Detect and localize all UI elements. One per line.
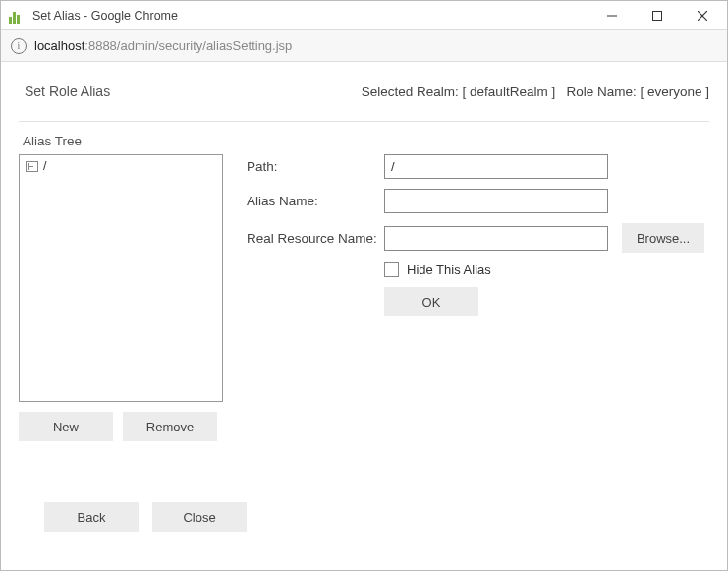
- window-controls: [589, 2, 725, 29]
- titlebar: Set Alias - Google Chrome: [1, 1, 727, 30]
- remove-button[interactable]: Remove: [123, 412, 217, 441]
- form-panel: Path: Alias Name: Real Resource Name: Br…: [247, 154, 709, 316]
- page-title: Set Role Alias: [19, 84, 110, 99]
- minimize-button[interactable]: [589, 2, 635, 29]
- window-title: Set Alias - Google Chrome: [32, 9, 589, 23]
- alias-name-label: Alias Name:: [247, 194, 384, 208]
- realm-info: Selected Realm: [ defaultRealm ] Role Na…: [362, 85, 709, 99]
- path-row: Path:: [247, 154, 709, 179]
- hide-alias-row: Hide This Alias: [384, 262, 709, 277]
- back-button[interactable]: Back: [44, 502, 139, 532]
- main-layout: / New Remove Path: Alias Name: Real Reso…: [19, 154, 709, 441]
- tree-node-icon: [26, 161, 38, 172]
- role-name-value: [ everyone ]: [640, 85, 709, 99]
- page-content: Set Role Alias Selected Realm: [ default…: [1, 62, 727, 441]
- tree-buttons: New Remove: [19, 412, 223, 441]
- site-info-icon[interactable]: i: [11, 38, 27, 54]
- close-button[interactable]: Close: [152, 502, 247, 532]
- address-host: localhost: [34, 38, 84, 53]
- role-name-label: Role Name:: [566, 85, 636, 99]
- minimize-icon: [607, 11, 617, 21]
- tree-root-label: /: [43, 159, 46, 173]
- divider: [19, 121, 709, 122]
- svg-rect-1: [653, 11, 662, 20]
- alias-name-row: Alias Name:: [247, 189, 709, 213]
- footer-buttons: Back Close: [44, 502, 247, 532]
- selected-realm-label: Selected Realm:: [362, 85, 459, 99]
- ok-row: OK: [384, 287, 709, 316]
- new-button[interactable]: New: [19, 412, 113, 441]
- maximize-button[interactable]: [635, 2, 680, 29]
- resource-name-row: Real Resource Name: Browse...: [247, 223, 709, 253]
- alias-tree-label: Alias Tree: [19, 134, 709, 148]
- browse-button[interactable]: Browse...: [622, 223, 704, 253]
- tree-panel: / New Remove: [19, 154, 223, 441]
- tree-root-item[interactable]: /: [26, 159, 216, 173]
- hide-alias-checkbox[interactable]: [384, 262, 399, 277]
- page-header: Set Role Alias Selected Realm: [ default…: [19, 84, 709, 99]
- maximize-icon: [652, 11, 662, 21]
- resource-name-input[interactable]: [384, 226, 608, 251]
- address-bar[interactable]: i localhost:8888/admin/security/aliasSet…: [1, 30, 727, 62]
- resource-name-label: Real Resource Name:: [247, 231, 384, 246]
- alias-name-input[interactable]: [384, 189, 608, 213]
- close-window-button[interactable]: [680, 2, 725, 29]
- ok-button[interactable]: OK: [384, 287, 478, 316]
- close-icon: [698, 11, 707, 21]
- alias-tree[interactable]: /: [19, 154, 223, 402]
- selected-realm-value: [ defaultRealm ]: [463, 85, 556, 99]
- hide-alias-label: Hide This Alias: [407, 262, 491, 277]
- path-label: Path:: [247, 159, 384, 174]
- path-input[interactable]: [384, 154, 608, 179]
- app-icon: [9, 8, 25, 24]
- address-path: :8888/admin/security/aliasSetting.jsp: [84, 38, 292, 53]
